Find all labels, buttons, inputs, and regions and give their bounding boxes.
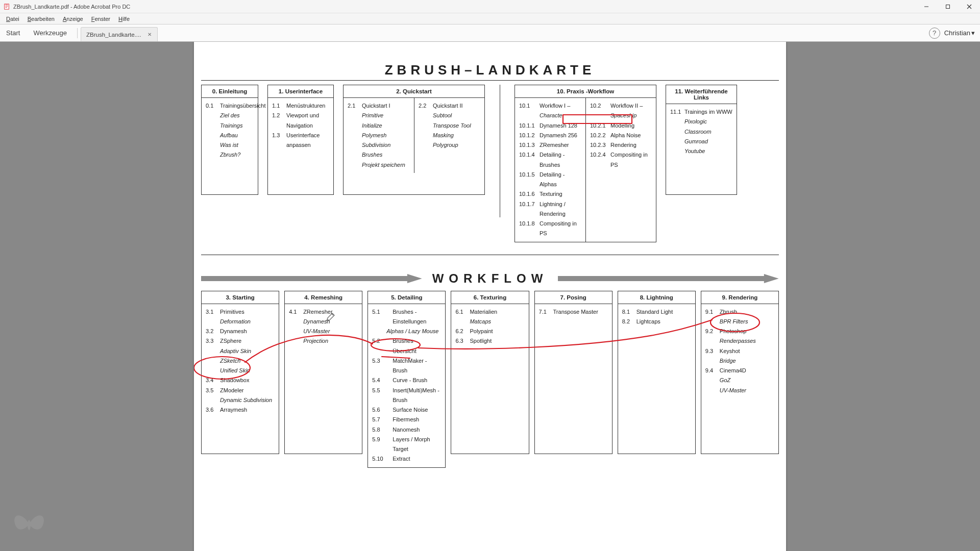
menu-item[interactable]: Fenster — [87, 13, 114, 24]
list-item: 5.10Extract — [372, 454, 441, 464]
pdf-page: ZBRUSH–LANDKARTE 0. Einleitung 0.1Traini… — [194, 42, 786, 551]
box-5-detailing: 5. Detailing 5.1Brushes - EinstellungenA… — [368, 291, 446, 468]
list-subitem: GoZ — [705, 375, 774, 385]
list-item: 4.1ZRemesher — [289, 307, 358, 317]
box-header: 3. Starting — [202, 291, 279, 304]
arrow-right — [558, 274, 779, 283]
list-subitem: Bridge — [705, 356, 774, 366]
tab-close-icon[interactable]: ✕ — [146, 31, 153, 38]
list-item: 3.4Shadowbox — [206, 375, 275, 385]
list-item: 9.4Cinema4D — [705, 366, 774, 375]
list-item: 3.2Dynamesh — [206, 327, 275, 336]
box-header: 9. Rendering — [701, 291, 778, 304]
bottom-boxes-row: 3. Starting 3.1PrimitivesDeformation3.2D… — [201, 291, 779, 468]
menu-item[interactable]: Anzeige — [59, 13, 87, 24]
list-item: 5.2Brushes - Übersicht — [372, 336, 441, 356]
list-item: 0.1Trainingsübersicht — [206, 101, 254, 111]
box-body-right: 2.2Quickstart IISubtoolTranspose ToolMas… — [414, 98, 484, 173]
box-10-praxis: 10. Praxis -Workflow 10.1Workflow I – Ch… — [514, 85, 656, 242]
list-item: 10.1.4Detailing - Brushes — [519, 150, 581, 170]
document-tab[interactable]: ZBrush_Landkarte.... ✕ — [81, 27, 158, 41]
box-body: 7.1Transpose Master — [535, 304, 612, 320]
box-8-lightning: 8. Lightning 8.1Standard Light8.2Lightca… — [618, 291, 696, 454]
list-item: 10.1Workflow I – Character — [519, 101, 581, 121]
box-header: 11. Weiterführende Links — [666, 85, 737, 104]
list-item: 10.1.5Detailing - Alphas — [519, 170, 581, 190]
list-item: 8.1Standard Light — [622, 307, 691, 317]
menu-item[interactable]: Hilfe — [114, 13, 134, 24]
list-subitem: Transpose Tool — [419, 121, 480, 131]
list-subitem: UV-Master — [289, 327, 358, 336]
list-subitem: Alphas / Lazy Mouse — [372, 327, 441, 336]
list-item: 1.2Viewport und Navigation — [272, 111, 329, 131]
window-minimize-button[interactable] — [916, 0, 937, 13]
list-subitem: Was ist Zbrush? — [206, 140, 254, 160]
window-maximize-button[interactable] — [937, 0, 959, 13]
list-item: 5.8Nanomesh — [372, 425, 441, 435]
workflow-heading-row: WORKFLOW — [201, 271, 779, 286]
list-subitem: Polygroup — [419, 140, 480, 150]
window-close-button[interactable] — [959, 0, 980, 13]
window-title: ZBrush_Landkarte.pdf - Adobe Acrobat Pro… — [13, 4, 130, 10]
arrow-left — [201, 274, 422, 283]
toolbar: Start Werkzeuge ZBrush_Landkarte.... ✕ ?… — [0, 24, 980, 42]
svg-rect-0 — [946, 5, 950, 9]
box-0-einleitung: 0. Einleitung 0.1TrainingsübersichtZiel … — [201, 85, 258, 195]
box-6-texturing: 6. Texturing 6.1MaterialienMatcaps6.2Pol… — [451, 291, 529, 454]
list-subitem: Deformation — [206, 317, 275, 327]
box-body: 8.1Standard Light8.2Lightcaps — [618, 304, 695, 330]
box-body: 11.1Trainings im WWWPixologic ClassroomG… — [666, 104, 737, 159]
list-item: 6.1Materialien — [455, 307, 524, 317]
box-header: 0. Einleitung — [202, 85, 258, 98]
list-item: 5.7Fibermesh — [372, 415, 441, 424]
box-header: 7. Posing — [535, 291, 612, 304]
list-item: 10.2.2Alpha Noise — [590, 131, 652, 140]
list-item: 5.6Surface Noise — [372, 405, 441, 415]
list-subitem: Youtube — [670, 146, 732, 156]
menu-item[interactable]: Datei — [2, 13, 23, 24]
list-item: 1.1Menüstrukturen — [272, 101, 329, 111]
toolbar-separator — [77, 28, 78, 38]
list-item: 3.5ZModeler — [206, 386, 275, 395]
list-subitem: Unified Skin — [206, 366, 275, 375]
mid-rule — [201, 255, 779, 255]
vertical-divider-wrap — [494, 85, 505, 217]
list-subitem: BPR Filters — [705, 317, 774, 327]
document-viewport[interactable]: ZBRUSH–LANDKARTE 0. Einleitung 0.1Traini… — [0, 42, 980, 551]
box-2-quickstart: 2. Quickstart 2.1Quickstart IPrimitiveIn… — [343, 85, 485, 195]
box-header: 4. Remeshing — [285, 291, 362, 304]
box-header: 5. Detailing — [368, 291, 445, 304]
list-item: 10.2.3Rendering — [590, 140, 652, 150]
help-icon[interactable]: ? — [929, 28, 940, 39]
user-menu[interactable]: Christian ▾ — [944, 29, 977, 37]
vertical-divider — [500, 85, 500, 217]
box-body: 0.1TrainingsübersichtZiel des TrainingsA… — [202, 98, 258, 163]
list-item: 10.1.6Texturing — [519, 189, 581, 199]
list-subitem: Polymesh — [348, 131, 410, 140]
list-item: 10.1.1Dynamesh 128 — [519, 121, 581, 131]
box-body: 3.1PrimitivesDeformation3.2Dynamesh3.3ZS… — [202, 304, 279, 418]
box-header: 1. Userinterface — [268, 85, 333, 98]
nav-start[interactable]: Start — [3, 27, 23, 39]
box-body: 4.1ZRemesherDynameshUV-MasterProjection — [285, 304, 362, 349]
list-subitem: Ziel des Trainings — [206, 111, 254, 131]
list-subitem: Subdivision — [348, 140, 410, 150]
list-subitem: Dynamesh — [289, 317, 358, 327]
list-item: 10.2.1Modelling — [590, 121, 652, 131]
box-body-left: 10.1Workflow I – Character10.1.1Dynamesh… — [515, 98, 585, 242]
box-4-remeshing: 4. Remeshing 4.1ZRemesherDynameshUV-Mast… — [284, 291, 362, 454]
list-item: 3.3ZSphere — [206, 336, 275, 346]
list-subitem: Adaptiv Skin — [206, 346, 275, 356]
document-tab-label: ZBrush_Landkarte.... — [86, 32, 141, 38]
svg-marker-2 — [558, 274, 779, 283]
list-subitem: Pixologic Classroom — [670, 117, 732, 137]
box-1-userinterface: 1. Userinterface 1.1Menüstrukturen1.2Vie… — [267, 85, 334, 195]
chevron-down-icon: ▾ — [971, 29, 975, 37]
nav-tools[interactable]: Werkzeuge — [30, 27, 70, 39]
list-item: 5.3MatchMaker - Brush — [372, 356, 441, 376]
list-item: 5.4Curve - Brush — [372, 375, 441, 385]
list-item: 10.1.3ZRemesher — [519, 140, 581, 150]
menu-item[interactable]: Bearbeiten — [23, 13, 59, 24]
svg-marker-1 — [201, 274, 422, 283]
top-boxes-row: 0. Einleitung 0.1TrainingsübersichtZiel … — [201, 85, 779, 242]
